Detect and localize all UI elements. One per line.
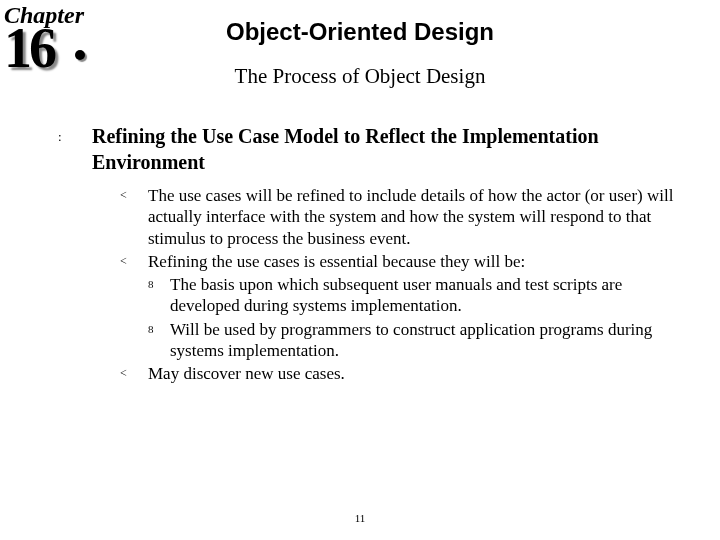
chapter-number: 16 — [4, 16, 54, 80]
chapter-dot — [75, 50, 85, 60]
list-item: < The use cases will be refined to inclu… — [120, 185, 690, 249]
subitem-text: The basis upon which subsequent user man… — [170, 274, 690, 317]
bullet-l2: < — [120, 185, 148, 249]
heading-text: Refining the Use Case Model to Reflect t… — [92, 123, 690, 175]
bullet-l3: 8 — [148, 274, 170, 317]
list-item: < Refining the use cases is essential be… — [120, 251, 690, 272]
item-text: Refining the use cases is essential beca… — [148, 251, 525, 272]
bullet-l2: < — [120, 251, 148, 272]
page-number: 11 — [0, 512, 720, 524]
list-item: < May discover new use cases. — [120, 363, 690, 384]
page-subtitle: The Process of Object Design — [0, 46, 720, 89]
content-area: : Refining the Use Case Model to Reflect… — [58, 123, 690, 384]
bullet-l2: < — [120, 363, 148, 384]
level2-group: < The use cases will be refined to inclu… — [120, 185, 690, 384]
bullet-l1: : — [58, 123, 92, 175]
page-title: Object-Oriented Design — [0, 0, 720, 46]
item-text: The use cases will be refined to include… — [148, 185, 690, 249]
heading-item: : Refining the Use Case Model to Reflect… — [58, 123, 690, 175]
subitem-text: Will be used by programmers to construct… — [170, 319, 690, 362]
item-text: May discover new use cases. — [148, 363, 345, 384]
level3-group: 8 The basis upon which subsequent user m… — [148, 274, 690, 361]
chapter-badge: Chapter 16 — [4, 6, 104, 86]
list-item: 8 The basis upon which subsequent user m… — [148, 274, 690, 317]
list-item: 8 Will be used by programmers to constru… — [148, 319, 690, 362]
bullet-l3: 8 — [148, 319, 170, 362]
